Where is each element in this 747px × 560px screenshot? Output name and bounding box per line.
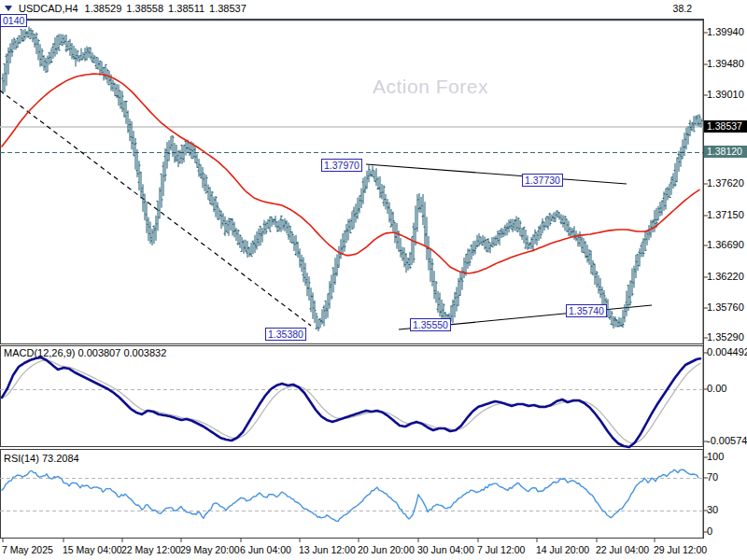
indicator-axis-label: 0.00: [707, 383, 726, 394]
rsi-indicator-label: RSI(14) 73.2084: [4, 453, 79, 464]
time-axis-label: 7 May 2025: [2, 544, 53, 555]
ohlc-high: 1.38558: [126, 3, 163, 14]
time-axis[interactable]: 7 May 202515 May 04:0022 May 12:0029 May…: [0, 539, 703, 558]
time-axis-label: 29 May 20:00: [180, 544, 240, 555]
price-axis-label: 1.39010: [707, 89, 744, 100]
moving-average-line: [2, 74, 699, 273]
level-price-tag: 1.38120: [704, 146, 747, 158]
chart-canvas[interactable]: [0, 0, 747, 560]
indicator-axis-label: 0: [707, 525, 712, 537]
current-price-tag: 1.38537: [704, 120, 747, 133]
price-annotation[interactable]: 1.35550: [410, 318, 451, 331]
candlestick-series: [2, 26, 703, 331]
macd-line: [2, 357, 700, 447]
price-axis-label: 1.35760: [707, 301, 744, 313]
price-axis-label: 1.37620: [707, 177, 744, 189]
indicator-axis-label: 30: [707, 504, 718, 515]
price-axis-label: 1.36220: [707, 271, 744, 282]
symbol-dropdown-icon[interactable]: [5, 6, 12, 11]
time-axis-label: 22 May 12:00: [121, 544, 181, 555]
price-axis-label: 1.39940: [707, 26, 744, 37]
symbol-timeframe: USDCAD,H4: [19, 3, 78, 14]
time-axis-label: 14 Jul 20:00: [536, 544, 589, 555]
macd-indicator-label: MACD(12,26,9) 0.003807 0.003832: [4, 347, 166, 358]
time-axis-label: 20 Jun 20:00: [358, 544, 415, 555]
rsi-line: [2, 469, 698, 521]
fib-price-tag[interactable]: 0140: [0, 14, 27, 27]
fib-retracement-label: 38.2: [656, 3, 692, 14]
indicator-axis-label: 70: [707, 471, 718, 483]
descending-trendline[interactable]: [366, 164, 627, 184]
indicator-axis-label: 0.004492: [707, 346, 747, 357]
time-axis-label: 13 Jun 12:00: [299, 544, 356, 555]
time-axis-label: 29 Jul 12:00: [654, 544, 707, 555]
price-axis-label: 1.37150: [707, 209, 744, 220]
time-axis-label: 7 Jul 12:00: [477, 544, 525, 555]
ohlc-low: 1.38511: [168, 3, 204, 14]
indicator-axis-label: 100: [707, 451, 724, 462]
price-annotation[interactable]: 1.35380: [265, 328, 306, 341]
chart-titlebar: USDCAD,H4 1.38529 1.38558 1.38511 1.3853…: [5, 3, 247, 14]
price-axis-label: 1.35290: [707, 331, 744, 343]
ohlc-close: 1.38537: [209, 3, 247, 14]
macd-signal-line: [2, 360, 700, 443]
time-axis-label: 30 Jun 04:00: [417, 544, 474, 555]
indicator-axis-label: -0.005748: [707, 435, 747, 446]
macd-panel-border: [1, 346, 704, 447]
time-axis-label: 15 May 04:00: [63, 544, 122, 555]
price-axis-label: 1.36690: [707, 239, 744, 250]
chart-window: Action Forex USDCAD,H4 1.38529 1.38558 1…: [0, 0, 747, 560]
price-annotation[interactable]: 1.35740: [566, 304, 607, 317]
price-axis[interactable]: 1.399401.394801.390101.376201.371501.366…: [704, 19, 747, 539]
price-axis-label: 1.39480: [707, 58, 744, 69]
time-axis-label: 22 Jul 04:00: [596, 544, 649, 555]
ohlc-values: 1.38529 1.38558 1.38511 1.38537: [85, 3, 247, 14]
rsi-panel-border: [1, 450, 704, 539]
descending-dashed-trendline[interactable]: [0, 91, 311, 326]
price-annotation[interactable]: 1.37730: [522, 174, 563, 187]
price-annotation[interactable]: 1.37970: [321, 159, 362, 172]
time-axis-label: 6 Jun 04:00: [240, 544, 291, 555]
ohlc-open: 1.38529: [85, 3, 122, 14]
